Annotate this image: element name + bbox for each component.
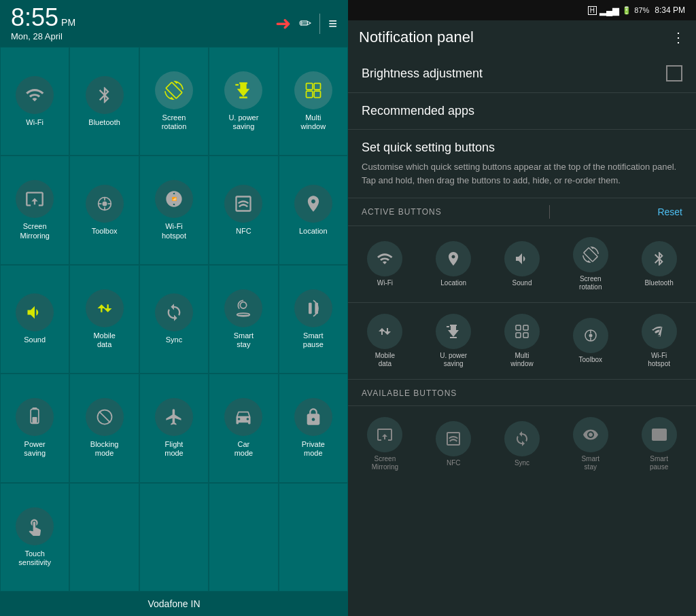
time-display: 8:55 <box>11 5 58 30</box>
active-btn-multiwindow-circle <box>504 314 540 349</box>
quick-item-smart-stay[interactable]: Smartstay <box>209 265 278 374</box>
right-time: 8:34 PM <box>655 5 685 15</box>
bluetooth-icon <box>95 86 114 105</box>
sync-label: Sync <box>166 336 182 344</box>
status-icons: ➜ ✏ ≡ <box>275 12 337 35</box>
quick-item-blocking-mode[interactable]: Blockingmode <box>69 374 139 482</box>
svg-text:📶: 📶 <box>171 197 177 202</box>
quick-item-car-mode[interactable]: Carmode <box>209 374 278 482</box>
screen-rotation-icon-bg <box>155 71 193 109</box>
reset-button[interactable]: Reset <box>657 206 682 217</box>
quick-item-wifi[interactable]: Wi-Fi <box>0 47 69 156</box>
quick-item-sync[interactable]: Sync <box>139 265 209 374</box>
empty-cell-3 <box>209 483 278 592</box>
quick-item-nfc[interactable]: NFC <box>209 156 278 264</box>
avail-btn-sync[interactable]: Sync <box>488 412 557 477</box>
svg-rect-3 <box>314 91 320 97</box>
avail-btn-nfc-circle <box>436 421 471 456</box>
private-mode-icon-bg <box>294 398 332 436</box>
car-mode-label: Carmode <box>234 440 254 458</box>
menu-icon[interactable]: ≡ <box>328 15 337 33</box>
quick-item-power-saving[interactable]: Powersaving <box>0 374 69 482</box>
quick-item-upower[interactable]: U. powersaving <box>209 47 278 156</box>
upower-icon <box>234 81 253 100</box>
avail-smart-stay-label: Smartstay <box>581 455 599 471</box>
avail-btn-smart-stay[interactable]: Smartstay <box>556 412 625 477</box>
blocking-mode-label: Blockingmode <box>90 440 119 458</box>
multiwindow-icon-bg <box>294 71 332 109</box>
quick-settings-grid: Wi-Fi Bluetooth Screenrotation <box>0 47 348 592</box>
active-btn-mobile-data[interactable]: Mobiledata <box>351 308 419 374</box>
active-multiwindow-label: Multiwindow <box>510 352 533 368</box>
sync-icon <box>164 303 184 322</box>
svg-rect-2 <box>306 91 312 97</box>
toolbox-icon-bg <box>86 185 124 223</box>
active-wifi-icon <box>377 251 393 267</box>
avail-btn-sync-circle <box>504 421 540 456</box>
sound-icon <box>25 303 44 322</box>
svg-point-5 <box>102 201 107 206</box>
quick-item-multiwindow[interactable]: Multiwindow <box>279 47 348 156</box>
smart-stay-icon <box>234 299 253 318</box>
smart-pause-icon <box>304 299 323 318</box>
signal-h: H <box>588 6 597 15</box>
quick-item-smart-pause[interactable]: Smartpause <box>279 265 348 374</box>
quick-item-touch-sensitivity[interactable]: Touchsensitivity <box>0 483 69 592</box>
recommended-apps-row[interactable]: Recommended apps <box>348 93 696 130</box>
overflow-menu-icon[interactable]: ⋮ <box>672 29 685 46</box>
svg-point-26 <box>589 334 592 338</box>
quick-item-bluetooth[interactable]: Bluetooth <box>69 47 139 156</box>
touch-sensitivity-icon-bg <box>16 507 54 545</box>
avail-btn-nfc[interactable]: NFC <box>419 412 488 477</box>
nfc-label: NFC <box>236 227 251 236</box>
brightness-checkbox[interactable] <box>666 65 682 81</box>
bluetooth-label: Bluetooth <box>88 118 120 127</box>
active-bluetooth-label: Bluetooth <box>644 279 673 287</box>
carrier-label: Vodafone IN <box>147 598 200 609</box>
screen-rotation-label: Screenrotation <box>162 113 187 131</box>
recommended-apps-label: Recommended apps <box>362 104 474 118</box>
set-quick-section: Set quick setting buttons Customise whic… <box>348 130 696 198</box>
quick-item-screen-mirroring[interactable]: ScreenMirroring <box>0 156 69 264</box>
quick-item-toolbox[interactable]: Toolbox <box>69 156 139 264</box>
active-btn-toolbox[interactable]: Toolbox <box>556 308 625 374</box>
active-btn-screen-rotation-circle <box>573 237 608 272</box>
svg-rect-22 <box>523 325 528 330</box>
power-saving-label: Powersaving <box>24 440 46 458</box>
avail-smart-pause-icon <box>651 427 667 443</box>
avail-sync-label: Sync <box>515 459 529 467</box>
active-btn-wifi-hotspot[interactable]: Wi-Fihotspot <box>625 308 693 374</box>
location-label: Location <box>299 227 328 236</box>
quick-item-mobile-data[interactable]: Mobiledata <box>69 265 139 374</box>
smart-pause-icon-bg <box>294 289 332 327</box>
svg-rect-14 <box>309 303 312 314</box>
active-btn-upower[interactable]: U. powersaving <box>419 308 488 374</box>
upower-icon-bg <box>224 71 262 109</box>
wifi-icon <box>25 86 44 105</box>
avail-btn-smart-pause[interactable]: Smartpause <box>625 412 693 477</box>
right-content: Brightness adjustment Recommended apps S… <box>348 54 696 616</box>
quick-item-sound[interactable]: Sound <box>0 265 69 374</box>
quick-item-screen-rotation[interactable]: Screenrotation <box>139 47 209 156</box>
quick-item-flight-mode[interactable]: Flightmode <box>139 374 209 482</box>
active-btn-sound[interactable]: Sound <box>488 232 557 297</box>
svg-rect-18 <box>33 417 37 423</box>
active-btn-location[interactable]: Location <box>419 232 488 297</box>
active-btn-wifi[interactable]: Wi-Fi <box>351 232 419 297</box>
edit-icon[interactable]: ✏ <box>299 15 311 33</box>
brightness-row[interactable]: Brightness adjustment <box>348 54 696 93</box>
active-btn-screen-rotation[interactable]: Screenrotation <box>556 232 625 297</box>
svg-rect-1 <box>314 84 320 90</box>
available-buttons-grid: ScreenMirroring NFC Sync <box>348 406 696 482</box>
quick-item-location[interactable]: Location <box>279 156 348 264</box>
screen-mirroring-icon-bg <box>16 180 54 218</box>
quick-item-wifi-hotspot[interactable]: 📶 Wi-Fihotspot <box>139 156 209 264</box>
active-btn-multiwindow[interactable]: Multiwindow <box>488 308 557 374</box>
avail-btn-screen-mirroring[interactable]: ScreenMirroring <box>351 412 419 477</box>
quick-item-private-mode[interactable]: Privatemode <box>279 374 348 482</box>
active-btn-toolbox-circle <box>573 318 608 353</box>
active-btn-bluetooth[interactable]: Bluetooth <box>625 232 693 297</box>
screen-mirroring-label: ScreenMirroring <box>20 222 49 240</box>
active-toolbox-icon <box>582 327 599 344</box>
avail-nfc-icon <box>445 431 462 447</box>
